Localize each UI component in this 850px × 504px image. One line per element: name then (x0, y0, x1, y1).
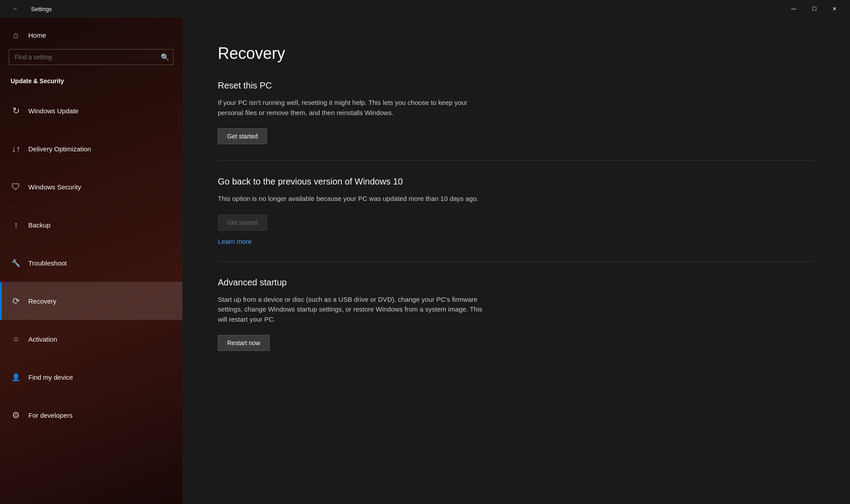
home-icon (11, 30, 21, 40)
sidebar-item-label: Recovery (28, 297, 56, 305)
refresh-icon: ↻ (11, 105, 21, 116)
section-reset-pc-desc: If your PC isn't running well, resetting… (218, 98, 483, 118)
section-reset-pc-title: Reset this PC (218, 81, 815, 91)
app-title: Settings (31, 6, 52, 12)
divider-1 (218, 160, 815, 161)
sidebar-item-find-my-device[interactable]: 👤 Find my device (0, 358, 182, 396)
sidebar-item-windows-security[interactable]: 🛡 Windows Security (0, 168, 182, 206)
section-go-back-desc: This option is no longer available becau… (218, 194, 483, 204)
sidebar-item-label: For developers (28, 412, 73, 419)
section-advanced-startup-title: Advanced startup (218, 277, 815, 288)
title-bar-left: ← Settings (5, 0, 52, 18)
sidebar-item-recovery[interactable]: ⟳ Recovery (0, 282, 182, 320)
sidebar-item-backup[interactable]: ↑ Backup (0, 206, 182, 244)
maximize-button[interactable]: ☐ (804, 0, 824, 18)
sidebar-item-label: Windows Security (28, 183, 81, 191)
learn-more-link[interactable]: Learn more (218, 238, 815, 245)
minimize-button[interactable]: — (784, 0, 804, 18)
sidebar-item-activation[interactable]: ○ Activation (0, 320, 182, 358)
troubleshoot-icon: 🔧 (11, 259, 21, 267)
sidebar-item-label: Activation (28, 335, 57, 343)
sidebar-item-label: Delivery Optimization (28, 145, 91, 153)
search-icon[interactable]: 🔍 (157, 49, 173, 65)
shield-icon: 🛡 (11, 182, 21, 192)
reset-pc-get-started-button[interactable]: Get started (218, 128, 267, 144)
sidebar-item-label: Windows Update (28, 107, 78, 115)
delivery-icon: ↓↑ (11, 144, 21, 154)
find-my-device-icon: 👤 (11, 373, 21, 381)
sidebar-item-delivery-optimization[interactable]: ↓↑ Delivery Optimization (0, 130, 182, 168)
search-box[interactable]: 🔍 (9, 49, 174, 65)
sidebar-item-for-developers[interactable]: ⚙ For developers (0, 396, 182, 434)
section-advanced-startup: Advanced startup Start up from a device … (218, 277, 815, 351)
sidebar-item-label: Troubleshoot (28, 259, 67, 267)
sidebar-item-troubleshoot[interactable]: 🔧 Troubleshoot (0, 244, 182, 282)
close-button[interactable]: ✕ (824, 0, 845, 18)
sidebar-home-button[interactable]: Home (0, 18, 182, 49)
section-go-back-title: Go back to the previous version of Windo… (218, 177, 815, 187)
backup-icon: ↑ (11, 220, 21, 230)
back-button[interactable]: ← (5, 0, 26, 18)
sidebar-item-label: Backup (28, 221, 50, 229)
section-go-back: Go back to the previous version of Windo… (218, 177, 815, 245)
activation-icon: ○ (11, 334, 21, 344)
window-controls: — ☐ ✕ (784, 0, 845, 18)
section-reset-pc: Reset this PC If your PC isn't running w… (218, 81, 815, 144)
developers-icon: ⚙ (11, 410, 21, 420)
recovery-icon: ⟳ (11, 296, 21, 306)
search-input[interactable] (9, 50, 157, 65)
divider-2 (218, 261, 815, 262)
page-title: Recovery (218, 44, 815, 63)
restart-now-button[interactable]: Restart now (218, 335, 270, 351)
sidebar-section-title: Update & Security (0, 74, 182, 92)
section-advanced-startup-desc: Start up from a device or disc (such as … (218, 295, 483, 325)
go-back-get-started-button: Get started (218, 215, 267, 231)
sidebar-item-windows-update[interactable]: ↻ Windows Update (0, 92, 182, 130)
home-label: Home (28, 31, 46, 39)
title-bar: ← Settings — ☐ ✕ (0, 0, 850, 18)
sidebar-item-label: Find my device (28, 373, 73, 381)
app-body: Home 🔍 Update & Security ↻ Windows Updat… (0, 18, 850, 504)
sidebar: Home 🔍 Update & Security ↻ Windows Updat… (0, 18, 182, 504)
main-content: Recovery Reset this PC If your PC isn't … (182, 18, 850, 504)
